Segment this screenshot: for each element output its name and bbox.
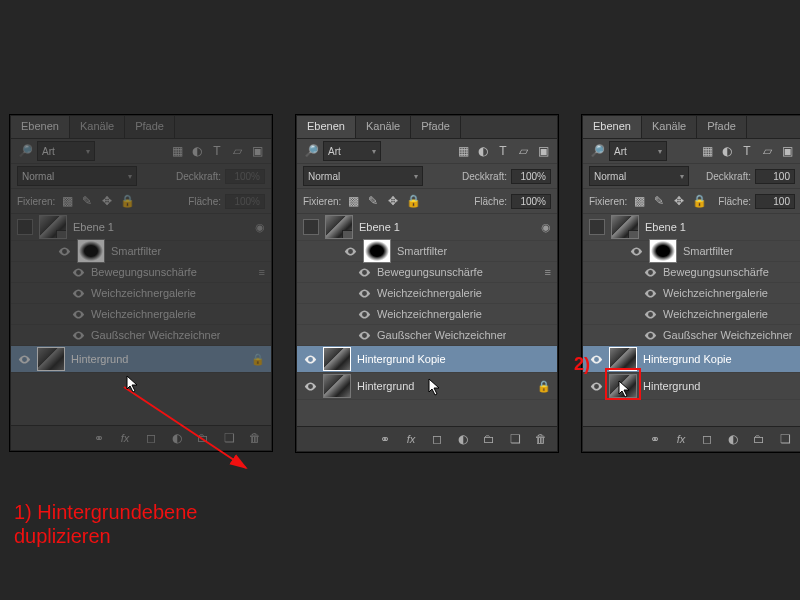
layer-row-hintergrund[interactable]: Hintergrund 🔒 — [11, 346, 271, 373]
eye-icon[interactable] — [71, 286, 85, 300]
eye-icon[interactable] — [357, 286, 371, 300]
blend-mode-select[interactable]: Normal▾ — [17, 166, 137, 186]
filter-smart-icon[interactable]: ▣ — [249, 143, 265, 159]
layer-fx-icon[interactable]: fx — [117, 430, 133, 446]
eye-icon[interactable] — [643, 307, 657, 321]
filter-type-icon[interactable]: T — [495, 143, 511, 159]
smartfilter-mask-thumb[interactable] — [649, 239, 677, 263]
layer-thumbnail[interactable] — [39, 215, 67, 239]
filter-options-icon[interactable]: ≡ — [259, 266, 265, 278]
filter-image-icon[interactable]: ▦ — [699, 143, 715, 159]
group-icon[interactable]: 🗀 — [751, 431, 767, 447]
tab-layers[interactable]: Ebenen — [11, 116, 70, 138]
smartfilter-mask-thumb[interactable] — [363, 239, 391, 263]
lock-pixels-icon[interactable]: ✎ — [365, 193, 381, 209]
filter-row[interactable]: Bewegungsunschärfe≡ — [297, 262, 557, 283]
layer-name[interactable]: Hintergrund — [71, 353, 128, 365]
lock-position-icon[interactable]: ✥ — [671, 193, 687, 209]
tab-channels[interactable]: Kanäle — [70, 116, 125, 138]
filter-kind-select[interactable]: Art▾ — [609, 141, 667, 161]
lock-transparent-icon[interactable]: ▩ — [345, 193, 361, 209]
eye-icon[interactable] — [71, 328, 85, 342]
filter-row[interactable]: Weichzeichnergalerie — [11, 304, 271, 325]
lock-all-icon[interactable]: 🔒 — [405, 193, 421, 209]
eye-icon[interactable] — [357, 265, 371, 279]
filter-adjust-icon[interactable]: ◐ — [189, 143, 205, 159]
layer-row-ebene1[interactable]: Ebene 1 ◉ — [11, 214, 271, 241]
link-layers-icon[interactable]: ⚭ — [647, 431, 663, 447]
tab-paths[interactable]: Pfade — [411, 116, 461, 138]
lock-all-icon[interactable]: 🔒 — [119, 193, 135, 209]
layer-fx-icon[interactable]: fx — [673, 431, 689, 447]
layer-row-hintergrund[interactable]: Hintergrund🔒 — [297, 373, 557, 400]
eye-icon[interactable] — [629, 244, 643, 258]
eye-icon[interactable] — [303, 352, 317, 366]
lock-pixels-icon[interactable]: ✎ — [79, 193, 95, 209]
layer-row-ebene1[interactable]: Ebene 1◉ — [297, 214, 557, 241]
eye-icon[interactable] — [343, 244, 357, 258]
filter-row[interactable]: Gaußscher Weichzeichner — [583, 325, 800, 346]
fill-value[interactable]: 100% — [225, 194, 265, 209]
opacity-value[interactable]: 100 — [755, 169, 795, 184]
eye-icon[interactable] — [17, 352, 31, 366]
layer-name[interactable]: Ebene 1 — [73, 221, 114, 233]
filter-kind-select[interactable]: Art▾ — [323, 141, 381, 161]
filter-shape-icon[interactable]: ▱ — [229, 143, 245, 159]
filter-type-icon[interactable]: T — [739, 143, 755, 159]
filter-row[interactable]: Bewegungsunschärfe — [583, 262, 800, 283]
filter-row[interactable]: Gaußscher Weichzeichner — [11, 325, 271, 346]
lock-transparent-icon[interactable]: ▩ — [631, 193, 647, 209]
lock-all-icon[interactable]: 🔒 — [691, 193, 707, 209]
new-layer-icon[interactable]: ❏ — [221, 430, 237, 446]
tab-paths[interactable]: Pfade — [697, 116, 747, 138]
lock-position-icon[interactable]: ✥ — [385, 193, 401, 209]
smartfilter-row[interactable]: Smartfilter — [11, 241, 271, 262]
layer-visibility-toggle[interactable]: ◉ — [541, 221, 551, 234]
adjustment-layer-icon[interactable]: ◐ — [169, 430, 185, 446]
layer-thumbnail[interactable] — [323, 347, 351, 371]
filter-image-icon[interactable]: ▦ — [455, 143, 471, 159]
lock-position-icon[interactable]: ✥ — [99, 193, 115, 209]
layer-row-hintergrund-kopie[interactable]: Hintergrund Kopie — [297, 346, 557, 373]
filter-kind-select[interactable]: Art▾ — [37, 141, 95, 161]
new-layer-icon[interactable]: ❏ — [507, 431, 523, 447]
blend-mode-select[interactable]: Normal▾ — [589, 166, 689, 186]
filter-row[interactable]: Weichzeichnergalerie — [297, 304, 557, 325]
add-mask-icon[interactable]: ◻ — [699, 431, 715, 447]
layer-thumbnail[interactable] — [37, 347, 65, 371]
eye-icon[interactable] — [589, 352, 603, 366]
fill-value[interactable]: 100% — [511, 194, 551, 209]
tab-channels[interactable]: Kanäle — [356, 116, 411, 138]
layer-visibility-toggle[interactable]: ◉ — [255, 221, 265, 234]
eye-icon[interactable] — [71, 307, 85, 321]
eye-icon[interactable] — [71, 265, 85, 279]
layer-thumbnail[interactable] — [325, 215, 353, 239]
lock-transparent-icon[interactable]: ▩ — [59, 193, 75, 209]
filter-image-icon[interactable]: ▦ — [169, 143, 185, 159]
eye-icon[interactable] — [57, 244, 71, 258]
layer-thumbnail[interactable] — [611, 215, 639, 239]
layer-thumbnail[interactable] — [609, 347, 637, 371]
layer-select-checkbox[interactable] — [589, 219, 605, 235]
eye-icon[interactable] — [643, 265, 657, 279]
eye-icon[interactable] — [357, 328, 371, 342]
filter-type-icon[interactable]: T — [209, 143, 225, 159]
filter-row[interactable]: Weichzeichnergalerie — [583, 283, 800, 304]
adjustment-layer-icon[interactable]: ◐ — [725, 431, 741, 447]
filter-row[interactable]: Gaußscher Weichzeichner — [297, 325, 557, 346]
smartfilter-mask-thumb[interactable] — [77, 239, 105, 263]
group-icon[interactable]: 🗀 — [481, 431, 497, 447]
filter-row[interactable]: Weichzeichnergalerie — [583, 304, 800, 325]
blend-mode-select[interactable]: Normal▾ — [303, 166, 423, 186]
group-icon[interactable]: 🗀 — [195, 430, 211, 446]
filter-adjust-icon[interactable]: ◐ — [475, 143, 491, 159]
link-layers-icon[interactable]: ⚭ — [377, 431, 393, 447]
layer-fx-icon[interactable]: fx — [403, 431, 419, 447]
adjustment-layer-icon[interactable]: ◐ — [455, 431, 471, 447]
eye-icon[interactable] — [589, 379, 603, 393]
eye-icon[interactable] — [303, 379, 317, 393]
filter-row[interactable]: Weichzeichnergalerie — [297, 283, 557, 304]
delete-layer-icon[interactable]: 🗑 — [247, 430, 263, 446]
filter-shape-icon[interactable]: ▱ — [759, 143, 775, 159]
opacity-value[interactable]: 100% — [225, 169, 265, 184]
